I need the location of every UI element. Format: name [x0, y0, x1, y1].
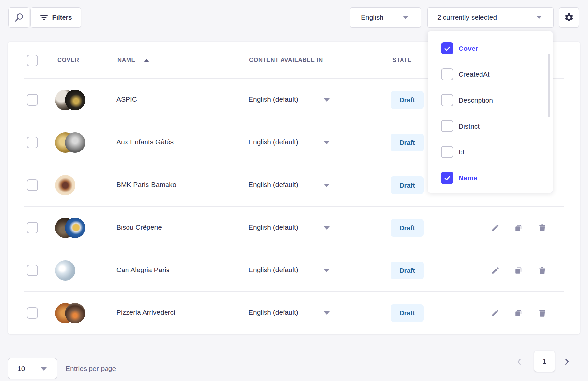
caret-down-icon — [324, 311, 330, 315]
edit-icon[interactable] — [491, 309, 500, 317]
search-icon — [14, 12, 24, 22]
search-button[interactable] — [8, 7, 29, 28]
page-size-select[interactable]: 10 — [8, 358, 57, 379]
delete-icon[interactable] — [538, 224, 547, 232]
gear-icon — [564, 12, 574, 22]
row-locale-select[interactable]: English (default) — [248, 266, 298, 274]
row-locale-value: English (default) — [248, 223, 298, 231]
duplicate-icon[interactable] — [514, 266, 523, 275]
field-option[interactable]: Id — [428, 139, 553, 165]
cover-avatar — [65, 90, 85, 110]
row-checkbox[interactable] — [27, 307, 38, 319]
field-checkbox[interactable] — [441, 172, 453, 184]
column-header-label: NAME — [117, 57, 135, 64]
page-number-button[interactable]: 1 — [534, 351, 555, 372]
filter-icon — [40, 13, 48, 21]
cover-avatar — [55, 260, 75, 281]
row-name: BMK Paris-Bamako — [116, 181, 176, 189]
cover-avatar — [65, 132, 85, 153]
column-header-name[interactable]: NAME — [117, 57, 149, 64]
field-option[interactable]: Cover — [428, 35, 553, 61]
caret-down-icon — [324, 98, 330, 102]
field-checkbox[interactable] — [441, 68, 453, 80]
fields-dropdown-items: Cover CreatedAt Description District Id … — [428, 35, 553, 191]
sort-ascending-icon — [144, 59, 149, 62]
row-locale-select[interactable]: English (default) — [248, 138, 298, 146]
settings-button[interactable] — [559, 7, 579, 28]
row-checkbox[interactable] — [27, 94, 38, 106]
column-header-cover[interactable]: COVER — [57, 57, 79, 64]
caret-down-icon — [324, 226, 330, 230]
row-name: Can Alegria Paris — [116, 266, 169, 274]
table-row[interactable]: Bisou Crêperie English (default) Draft — [8, 207, 580, 249]
entries-per-page-label: Entries per page — [66, 365, 116, 372]
duplicate-icon[interactable] — [514, 309, 523, 317]
locale-select[interactable]: English — [350, 7, 421, 28]
row-name: Bisou Crêperie — [116, 223, 162, 231]
field-option-label: Cover — [459, 45, 478, 52]
column-header-label: STATE — [392, 57, 412, 64]
field-option[interactable]: Description — [428, 87, 553, 113]
check-icon — [443, 45, 451, 52]
row-checkbox[interactable] — [27, 179, 38, 191]
column-header-content-available-in[interactable]: CONTENT AVAILABLE IN — [249, 57, 323, 64]
previous-page-chevron-icon[interactable] — [515, 357, 524, 366]
row-name: ASPIC — [116, 95, 137, 103]
cover-avatar — [55, 175, 75, 195]
row-checkbox[interactable] — [27, 137, 38, 148]
row-locale-select[interactable]: English (default) — [248, 181, 298, 189]
content-manager-list-view: Filters English 2 currently selected COV… — [0, 0, 588, 381]
field-option-label: Description — [459, 96, 493, 104]
status-badge: Draft — [391, 176, 424, 194]
cover-avatar — [65, 218, 85, 238]
row-checkbox[interactable] — [27, 222, 38, 233]
table-row[interactable]: Pizzeria Arrivederci English (default) D… — [8, 292, 580, 334]
fields-select-value: 2 currently selected — [437, 13, 536, 21]
caret-down-icon — [41, 367, 47, 371]
row-name: Pizzeria Arrivederci — [116, 309, 175, 316]
caret-down-icon — [403, 16, 409, 19]
field-option-label: District — [459, 122, 480, 130]
edit-icon[interactable] — [491, 224, 500, 232]
row-name: Aux Enfants Gâtés — [116, 138, 174, 146]
caret-down-icon — [324, 184, 330, 187]
caret-down-icon — [324, 269, 330, 272]
filters-button-label: Filters — [52, 14, 72, 21]
check-icon — [443, 174, 451, 182]
row-locale-value: English (default) — [248, 266, 298, 274]
duplicate-icon[interactable] — [514, 224, 523, 232]
cover-avatar — [65, 303, 85, 323]
filters-button[interactable]: Filters — [30, 7, 81, 28]
column-header-state[interactable]: STATE — [392, 57, 412, 64]
status-badge: Draft — [391, 262, 424, 279]
status-badge: Draft — [391, 304, 424, 322]
field-checkbox[interactable] — [441, 42, 453, 54]
row-locale-select[interactable]: English (default) — [248, 223, 298, 231]
fields-select[interactable]: 2 currently selected — [427, 7, 554, 28]
next-page-chevron-icon[interactable] — [562, 357, 572, 366]
delete-icon[interactable] — [538, 266, 547, 275]
row-locale-select[interactable]: English (default) — [248, 309, 298, 316]
row-checkbox[interactable] — [27, 265, 38, 276]
field-option[interactable]: Name — [428, 165, 553, 191]
field-option[interactable]: District — [428, 113, 553, 139]
field-checkbox[interactable] — [441, 146, 453, 158]
field-checkbox[interactable] — [441, 94, 453, 106]
field-option[interactable]: CreatedAt — [428, 61, 553, 87]
status-badge: Draft — [391, 91, 424, 109]
field-option-label: CreatedAt — [459, 70, 490, 78]
locale-select-value: English — [361, 13, 403, 21]
dropdown-scrollbar[interactable] — [548, 54, 550, 117]
select-all-checkbox[interactable] — [27, 55, 38, 66]
caret-down-icon — [536, 16, 542, 19]
edit-icon[interactable] — [491, 266, 500, 275]
field-checkbox[interactable] — [441, 120, 453, 132]
row-locale-value: English (default) — [248, 181, 298, 189]
table-row[interactable]: Can Alegria Paris English (default) Draf… — [8, 249, 580, 292]
row-locale-value: English (default) — [248, 309, 298, 316]
delete-icon[interactable] — [538, 309, 547, 317]
field-option-label: Name — [459, 174, 477, 182]
field-option-label: Id — [459, 148, 464, 156]
fields-dropdown-panel: Cover CreatedAt Description District Id … — [428, 31, 553, 193]
row-locale-select[interactable]: English (default) — [248, 95, 298, 103]
